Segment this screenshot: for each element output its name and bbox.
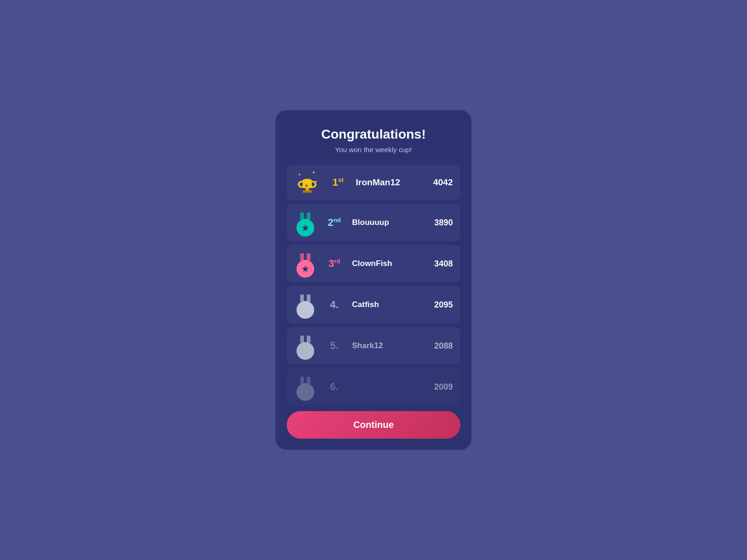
table-row: 5. Shark12 2088 xyxy=(287,327,460,364)
player-name: ClownFish xyxy=(352,259,427,268)
continue-button[interactable]: Continue xyxy=(287,411,460,439)
player-name: Catfish xyxy=(352,300,427,309)
player-score: 4042 xyxy=(433,177,453,188)
player-name: Blouuuup xyxy=(352,218,427,227)
table-row: ✦ ✦ ✦ ✦ ✦ ★ xyxy=(287,165,460,200)
medal-5-icon xyxy=(294,332,317,360)
svg-rect-8 xyxy=(303,190,312,193)
svg-text:✦: ✦ xyxy=(312,170,316,175)
table-row: 6. 2009 xyxy=(287,368,460,406)
player-name: IronMan12 xyxy=(356,177,426,188)
player-name: Shark12 xyxy=(352,341,427,350)
page-subtitle: You won the weekly cup! xyxy=(335,146,412,154)
medal-4-icon xyxy=(294,291,317,319)
trophy-icon: ✦ ✦ ✦ ✦ ✦ ★ xyxy=(294,169,320,196)
table-row: ★ 2nd Blouuuup 3890 xyxy=(287,204,460,241)
rank-label: 6. xyxy=(324,381,345,393)
player-score: 2088 xyxy=(434,341,453,351)
rank-label: 2nd xyxy=(324,217,345,229)
rank-label: 1st xyxy=(328,176,348,189)
player-score: 2009 xyxy=(434,382,453,392)
svg-point-6 xyxy=(303,179,312,182)
rank-label: 5. xyxy=(324,340,345,352)
leaderboard-card: Congratulations! You won the weekly cup!… xyxy=(275,110,472,450)
rank-label: 4. xyxy=(324,299,345,311)
table-row: ★ 3rd ClownFish 3408 xyxy=(287,245,460,282)
medal-3-icon: ★ xyxy=(294,250,317,278)
rank-label: 3rd xyxy=(324,258,345,270)
page-title: Congratulations! xyxy=(321,127,426,142)
svg-text:✦: ✦ xyxy=(298,173,301,177)
medal-2-icon: ★ xyxy=(294,209,317,237)
svg-text:★: ★ xyxy=(304,183,309,188)
medal-6-icon xyxy=(294,373,317,401)
player-score: 2095 xyxy=(434,300,453,310)
leaderboard-list: ✦ ✦ ✦ ✦ ✦ ★ xyxy=(287,165,460,406)
table-row: 4. Catfish 2095 xyxy=(287,286,460,323)
svg-rect-7 xyxy=(305,188,309,190)
player-score: 3890 xyxy=(434,218,453,228)
player-score: 3408 xyxy=(434,259,453,269)
